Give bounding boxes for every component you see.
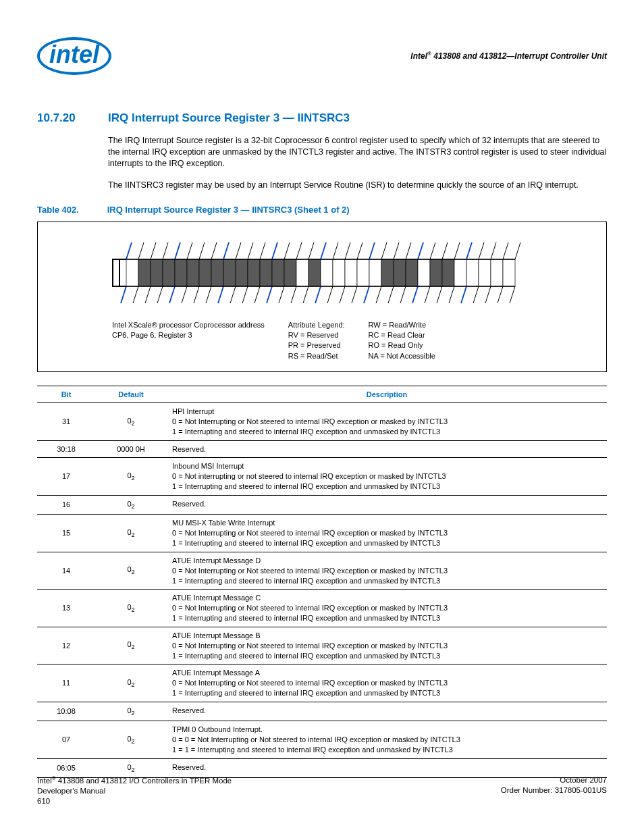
svg-line-71 [400,286,406,303]
table-row: 1702Inbound MSI Interrupt0 = Not interru… [37,458,607,496]
svg-rect-30 [248,259,260,286]
cell-default: 02 [95,515,167,552]
svg-rect-60 [369,259,381,286]
svg-line-68 [388,286,394,303]
svg-line-4 [138,242,144,259]
cell-description: HPI Interrupt0 = Not Interrupting or Not… [167,403,607,441]
svg-line-92 [485,286,491,303]
legend-coproc: Intel XScale® processor Coprocessor addr… [112,320,265,362]
svg-rect-6 [151,259,163,286]
section-heading: 10.7.20 IRQ Interrupt Source Register 3 … [37,111,607,125]
page: intel Intel® 413808 and 413812—Interrupt… [0,0,644,834]
svg-line-2 [121,286,126,303]
svg-line-56 [340,286,345,303]
header-title-rest: 413808 and 413812—Interrupt Controller U… [431,51,607,61]
svg-line-96 [515,242,520,259]
svg-line-26 [218,286,223,303]
cell-default: 02 [95,403,167,441]
cell-bit: 15 [37,515,95,552]
svg-line-7 [151,242,156,259]
cell-default: 02 [95,702,167,721]
coproc-line1: Intel XScale® processor Coprocessor addr… [112,320,265,330]
legend-attr: Attribute Legend: RV = Reserved PR = Pre… [288,320,345,362]
footer-right-1: October 2007 [501,775,607,786]
svg-line-83 [449,286,454,303]
svg-rect-0 [126,259,138,286]
svg-rect-45 [308,259,321,286]
svg-rect-12 [175,259,187,286]
svg-line-58 [357,242,363,259]
svg-rect-51 [333,259,345,286]
table-caption-label: Table 402. [37,205,105,215]
svg-rect-81 [454,259,466,286]
body-paragraph-2: The IINTSRC3 register may be used by an … [108,180,607,191]
col-description: Description [167,386,607,403]
attr-ro: RO = Read Only [369,340,435,350]
svg-line-82 [454,242,460,259]
register-diagram-frame: Intel XScale® processor Coprocessor addr… [37,221,607,373]
cell-bit: 10:08 [37,702,95,721]
page-header: intel Intel® 413808 and 413812—Interrupt… [37,37,607,84]
header-title-prefix: Intel [410,51,427,61]
svg-line-23 [206,286,211,303]
svg-line-55 [345,242,350,259]
svg-rect-48 [321,259,333,286]
svg-line-46 [308,242,314,259]
svg-line-10 [163,242,168,259]
cell-bit: 14 [37,552,95,590]
cell-description: Inbound MSI Interrupt0 = Not interruptin… [167,458,607,496]
svg-rect-15 [187,259,199,286]
body-paragraph-1: The IRQ Interrupt Source register is a 3… [108,135,607,170]
svg-rect-36 [272,259,284,286]
svg-line-1 [126,242,132,259]
svg-line-29 [230,286,236,303]
svg-line-38 [267,286,272,303]
svg-line-34 [260,242,265,259]
cell-description: ATUE Interrupt Message B0 = Not Interrup… [167,627,607,664]
svg-rect-93 [503,259,515,286]
table-row: 10:0802Reserved. [37,702,607,721]
cell-bit: 07 [37,721,95,759]
svg-rect-87 [479,259,491,286]
svg-line-50 [315,286,321,303]
attr-na: NA = Not Accessible [369,351,435,361]
cell-bit: 16 [37,495,95,514]
svg-line-22 [211,242,217,259]
table-row: 3102HPI Interrupt0 = Not Interrupting or… [37,403,607,441]
diagram-legend: Intel XScale® processor Coprocessor addr… [112,320,599,362]
cell-bit: 31 [37,403,95,441]
register-table: Bit Default Description 3102HPI Interrup… [37,386,607,778]
svg-line-11 [157,286,163,303]
svg-line-14 [169,286,175,303]
coproc-line2: CP6, Page 6, Register 3 [112,330,265,340]
svg-rect-24 [223,259,236,286]
cell-description: TPMI 0 Outbound Interrupt.0 = 0 = Not In… [167,721,607,759]
col-bit: Bit [37,386,95,403]
svg-rect-21 [211,259,223,286]
svg-rect-9 [163,259,175,286]
cell-description: Reserved. [167,702,607,721]
svg-rect-66 [394,259,406,286]
attr-rv: RV = Reserved [288,330,345,340]
table-row: 1602Reserved. [37,495,607,514]
svg-line-19 [199,242,205,259]
svg-line-37 [272,242,277,259]
cell-bit: 11 [37,664,95,702]
cell-description: ATUE Interrupt Message D0 = Not Interrup… [167,552,607,590]
svg-line-59 [352,286,357,303]
footer-left: Intel® 413808 and 413812 I/O Controllers… [37,775,232,807]
svg-line-43 [296,242,302,259]
svg-rect-54 [345,259,357,286]
svg-line-79 [442,242,448,259]
intel-logo: intel [37,37,108,84]
svg-line-32 [242,286,248,303]
attr-rc: RC = Read Clear [369,330,435,340]
col-default: Default [95,386,167,403]
footer-left-1: Intel® 413808 and 413812 I/O Controllers… [37,775,232,786]
attr-pr: PR = Preserved [288,340,345,350]
svg-line-89 [473,286,479,303]
svg-line-40 [284,242,290,259]
svg-rect-39 [284,259,296,286]
svg-rect-78 [442,259,454,286]
table-caption-text: IRQ Interrupt Source Register 3 — IINTSR… [107,205,350,215]
